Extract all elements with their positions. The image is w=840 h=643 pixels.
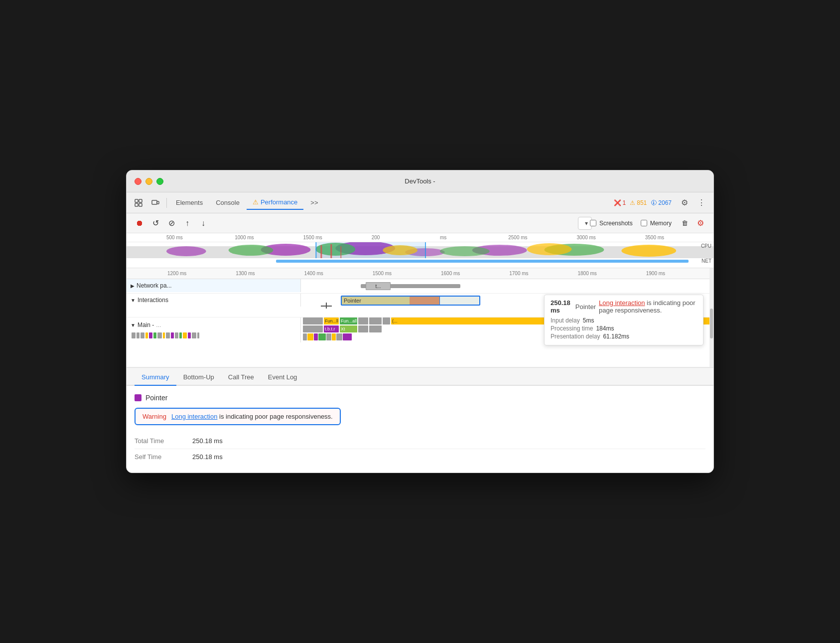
clear-icon[interactable]: 🗑 — [678, 216, 692, 230]
flame-bar-gray2[interactable] — [358, 318, 368, 324]
settings-button[interactable]: ⚙ — [677, 195, 693, 211]
mini-time-2500: 2500 ms — [508, 235, 576, 240]
tick-1700: 1700 ms — [508, 271, 576, 276]
performance-warning-icon: ⚠ — [253, 198, 259, 206]
svg-point-18 — [621, 245, 676, 257]
flame-bar-purple1[interactable]: t.b.t.r — [324, 325, 339, 332]
main-timeline: 1200 ms 1300 ms 1400 ms 1500 ms 1600 ms … — [127, 268, 713, 368]
mini-time-1500: 1500 ms — [303, 235, 372, 240]
memory-label: Memory — [650, 220, 672, 227]
flame-bar-gray1[interactable] — [303, 318, 323, 324]
device-icon[interactable] — [147, 195, 163, 211]
interactions-expand-icon[interactable]: ▼ — [131, 298, 136, 303]
badge-group: ❌ 1 ⚠ 851 🛈 2067 — [614, 199, 672, 206]
tab-more[interactable]: >> — [304, 196, 324, 209]
svg-point-17 — [527, 243, 572, 255]
performance-settings-button[interactable]: ⚙ — [694, 216, 707, 230]
summary-title: Pointer — [135, 394, 705, 402]
svg-rect-4 — [152, 200, 157, 204]
upload-button[interactable]: ↑ — [180, 216, 194, 230]
svg-point-14 — [440, 246, 490, 256]
interaction-pointer-bar[interactable]: Pointer — [341, 296, 480, 306]
flame-bar-gray4[interactable] — [383, 318, 390, 324]
tab-call-tree[interactable]: Call Tree — [221, 370, 261, 385]
cpu-chart: CPU — [127, 242, 713, 258]
svg-rect-22 — [315, 242, 425, 258]
warning-text: Long interaction is indicating poor page… — [171, 413, 333, 420]
flame-bar-olive1[interactable]: Xt — [340, 325, 357, 332]
bottom-tabs: Summary Bottom-Up Call Tree Event Log — [127, 368, 713, 386]
tab-bottom-up[interactable]: Bottom-Up — [176, 370, 221, 385]
tick-1900: 1900 ms — [645, 271, 713, 276]
tab-summary[interactable]: Summary — [135, 370, 176, 386]
timeline-scrollbar-thumb[interactable] — [710, 309, 713, 338]
window-title: DevTools - — [405, 177, 435, 185]
network-item-t[interactable]: t... — [366, 282, 391, 290]
tab-divider — [166, 198, 167, 208]
interaction-tick-horiz — [321, 306, 332, 307]
mini-time-2000b: ms — [440, 235, 508, 240]
tooltip-title: 250.18 ms Pointer Long interaction is in… — [551, 299, 697, 314]
screenshots-checkbox-group: Screenshots — [590, 220, 633, 227]
tick-1200: 1200 ms — [166, 271, 235, 276]
main-expand-icon[interactable]: ▼ — [131, 322, 136, 328]
info-icon: 🛈 — [651, 199, 657, 206]
svg-point-12 — [229, 245, 274, 256]
minimize-button[interactable] — [145, 178, 152, 185]
warning-label: Warning — [142, 413, 166, 420]
tab-performance[interactable]: ⚠ Performance — [247, 195, 303, 210]
mini-timeline: 500 ms 1000 ms 1500 ms 200 ms 2500 ms 30… — [127, 233, 713, 268]
network-expand-icon[interactable]: ▶ — [131, 283, 135, 289]
maximize-button[interactable] — [156, 178, 163, 185]
net-bar — [276, 260, 689, 263]
cpu-label: CPU — [701, 243, 711, 249]
interactions-label: ▼ Interactions — [127, 294, 301, 307]
warning-link[interactable]: Long interaction — [171, 413, 218, 420]
mini-time-1000: 1000 ms — [235, 235, 303, 240]
flame-bar-gray5[interactable] — [303, 325, 323, 332]
clear-button[interactable]: ⊘ — [164, 216, 178, 230]
summary-panel: Pointer Warning Long interaction is indi… — [127, 386, 713, 473]
tab-elements[interactable]: Elements — [170, 196, 209, 209]
flame-bar-gray6[interactable] — [358, 325, 368, 332]
screenshots-checkbox[interactable] — [590, 220, 596, 226]
svg-rect-2 — [135, 203, 138, 206]
net-bar-row: NET — [127, 258, 713, 264]
flame-bar-gray3[interactable] — [369, 318, 382, 324]
mini-time-3000: 3000 ms — [577, 235, 645, 240]
flame-bar-yellow1[interactable]: Fun...ll — [324, 318, 339, 324]
memory-checkbox[interactable] — [641, 220, 647, 226]
processing-row: Processing time 184ms — [551, 325, 697, 332]
svg-rect-24 — [425, 242, 426, 258]
close-button[interactable] — [135, 178, 141, 185]
pointer-red-section — [410, 297, 439, 305]
warning-badge[interactable]: ⚠ 851 — [630, 199, 647, 206]
download-button[interactable]: ↓ — [196, 216, 210, 230]
svg-rect-0 — [135, 199, 138, 202]
inspector-icon[interactable] — [131, 195, 146, 211]
flame-bar-green1[interactable]: Fun...all — [340, 318, 357, 324]
total-time-row: Total Time 250.18 ms — [135, 433, 705, 449]
tab-console[interactable]: Console — [210, 196, 246, 209]
mini-time-3500: 3500 ms — [645, 235, 713, 240]
info-badge[interactable]: 🛈 2067 — [651, 199, 672, 206]
record-button[interactable]: ⏺ — [133, 216, 146, 230]
tab-event-log[interactable]: Event Log — [261, 370, 304, 385]
svg-rect-3 — [139, 203, 142, 206]
svg-rect-1 — [139, 199, 142, 202]
net-label: NET — [701, 258, 711, 264]
tooltip-warning-link[interactable]: Long interaction — [599, 299, 645, 307]
error-badge[interactable]: ❌ 1 — [614, 199, 626, 206]
warning-icon: ⚠ — [630, 199, 635, 206]
flame-bar-gray7[interactable] — [369, 325, 382, 332]
reload-record-button[interactable]: ↺ — [148, 216, 162, 230]
menu-button[interactable]: ⋮ — [694, 195, 709, 211]
tick-1800: 1800 ms — [577, 271, 645, 276]
tick-1500: 1500 ms — [372, 271, 440, 276]
main-track-mini-blocks — [131, 330, 296, 340]
self-time-row: Self Time 250.18 ms — [135, 449, 705, 465]
timeline-scrollbar[interactable] — [709, 268, 713, 367]
network-track-content: t... — [301, 279, 713, 293]
timeline-panel: 500 ms 1000 ms 1500 ms 200 ms 2500 ms 30… — [127, 233, 713, 473]
mini-time-2000: 200 — [372, 235, 440, 240]
